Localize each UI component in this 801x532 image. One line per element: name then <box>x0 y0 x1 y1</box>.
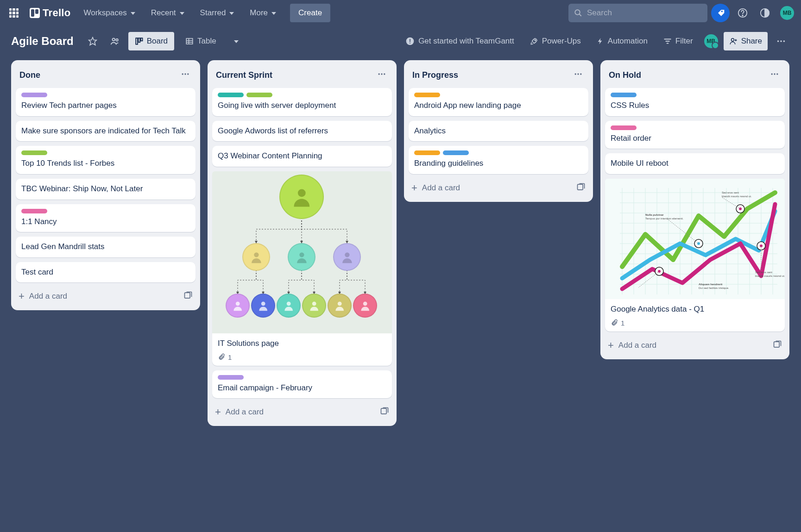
board-menu-button[interactable] <box>772 32 790 50</box>
chevron-down-icon <box>180 12 184 15</box>
view-board-label: Board <box>147 37 168 46</box>
card-template-button[interactable] <box>773 340 782 351</box>
card-template-button[interactable] <box>380 407 389 418</box>
filter-button[interactable]: Filter <box>658 32 699 50</box>
card[interactable]: Going live with server deployment <box>212 88 392 116</box>
more-horizontal-icon <box>776 36 786 46</box>
label-purple[interactable] <box>218 375 244 380</box>
nav-workspaces[interactable]: Workspaces <box>77 4 142 22</box>
list-title[interactable]: In Progress <box>412 70 458 80</box>
card[interactable]: 1:1 Nancy <box>16 204 196 232</box>
label-purple[interactable] <box>21 93 47 97</box>
label-teal[interactable] <box>218 93 244 97</box>
chevron-down-icon <box>229 12 234 15</box>
list-menu-button[interactable] <box>572 68 585 82</box>
card[interactable]: IT Solutions page1 <box>212 171 392 366</box>
notifications-button[interactable] <box>711 4 730 22</box>
card-title: Retail order <box>611 133 779 144</box>
trello-logo[interactable]: Trello <box>26 4 75 22</box>
list: On Hold CSS RulesRetail orderMobile UI r… <box>600 60 789 359</box>
list-menu-button[interactable] <box>375 68 388 82</box>
nav-more[interactable]: More <box>243 4 283 22</box>
label-orange[interactable] <box>414 93 440 97</box>
label-pink[interactable] <box>21 209 47 213</box>
add-card-button[interactable]: +Add a card <box>215 407 264 417</box>
getstarted-button[interactable]: Get started with TeamGantt <box>400 32 520 50</box>
add-card-label: Add a card <box>226 407 264 417</box>
alert-icon <box>405 37 415 46</box>
label-green[interactable] <box>246 93 272 97</box>
card-template-button[interactable] <box>576 182 586 194</box>
card[interactable]: Q3 Webinar Content Planning <box>212 146 392 167</box>
card-title: Google Adwords list of referrers <box>218 125 386 137</box>
board-title[interactable]: Agile Board <box>11 35 74 48</box>
powerups-button[interactable]: Power-Ups <box>524 32 587 50</box>
card-title: IT Solutions page <box>218 338 386 350</box>
add-card-button[interactable]: +Add a card <box>608 340 656 350</box>
label-blue[interactable] <box>443 150 469 155</box>
add-card-row: +Add a card <box>409 179 588 197</box>
automation-button[interactable]: Automation <box>591 32 653 50</box>
theme-button[interactable] <box>756 4 774 22</box>
card[interactable]: Branding guidelines <box>409 146 588 174</box>
svg-rect-18 <box>410 43 410 44</box>
attachment-count: 1 <box>621 319 624 327</box>
search-icon <box>574 9 582 17</box>
create-button-label: Create <box>298 8 322 18</box>
add-card-button[interactable]: +Add a card <box>19 291 67 301</box>
logo-mark-icon <box>30 8 40 18</box>
share-button[interactable]: Share <box>724 32 768 50</box>
list-title[interactable]: Current Sprint <box>216 70 272 80</box>
card[interactable]: CSS Rules <box>605 88 785 116</box>
app-switcher-button[interactable] <box>5 4 23 22</box>
nav-recent[interactable]: Recent <box>145 4 191 22</box>
label-pink[interactable] <box>611 125 637 130</box>
nav-workspaces-label: Workspaces <box>84 8 127 18</box>
list-title[interactable]: Done <box>19 70 40 80</box>
card[interactable]: Mobile UI reboot <box>605 153 785 174</box>
card[interactable]: Make sure sponsors are indicated for Tec… <box>16 121 196 142</box>
nav-recent-label: Recent <box>151 8 176 18</box>
svg-point-31 <box>187 73 189 75</box>
card[interactable]: Android App new landing page <box>409 88 588 116</box>
card[interactable]: Top 10 Trends list - Forbes <box>16 146 196 174</box>
nav-more-label: More <box>250 8 268 18</box>
card[interactable]: Review Tech partner pages <box>16 88 196 116</box>
card[interactable]: Retail order <box>605 121 785 149</box>
account-button[interactable]: MB <box>778 4 796 22</box>
view-board-button[interactable]: Board <box>128 32 174 50</box>
help-button[interactable] <box>733 4 752 22</box>
label-blue[interactable] <box>611 93 637 97</box>
card-template-button[interactable] <box>183 291 193 302</box>
chevron-down-icon <box>271 12 276 15</box>
card-title: Make sure sponsors are indicated for Tec… <box>21 125 190 137</box>
add-card-button[interactable]: +Add a card <box>411 183 460 193</box>
star-button[interactable] <box>84 32 101 50</box>
svg-point-33 <box>378 73 380 75</box>
search-input[interactable] <box>587 8 702 18</box>
visibility-button[interactable] <box>106 32 124 50</box>
svg-point-8 <box>116 39 118 41</box>
list-menu-button[interactable] <box>179 68 192 82</box>
nav-starred[interactable]: Starred <box>194 4 241 22</box>
list-menu-button[interactable] <box>768 68 781 82</box>
card[interactable]: Test card <box>16 262 196 283</box>
card[interactable]: TBC Webinar: Ship Now, Not Later <box>16 179 196 200</box>
card-title: 1:1 Nancy <box>21 216 190 228</box>
getstarted-label: Get started with TeamGantt <box>418 37 514 46</box>
view-more-button[interactable] <box>227 32 245 50</box>
view-table-button[interactable]: Table <box>179 32 223 50</box>
member-avatar[interactable]: MB <box>703 33 719 49</box>
card-badges: 1 <box>218 353 386 361</box>
card[interactable]: Sed eros sentblandit mauris rwwnd ut. Nu… <box>605 179 785 332</box>
card[interactable]: Email campaign - February <box>212 370 392 399</box>
list-title[interactable]: On Hold <box>609 70 641 80</box>
svg-point-38 <box>577 73 579 75</box>
search-box[interactable] <box>568 4 707 22</box>
create-button[interactable]: Create <box>290 4 330 22</box>
card[interactable]: Analytics <box>409 121 588 142</box>
label-orange[interactable] <box>414 150 440 155</box>
card[interactable]: Google Adwords list of referrers <box>212 121 392 142</box>
label-green[interactable] <box>21 150 47 155</box>
card[interactable]: Lead Gen Mandrill stats <box>16 237 196 257</box>
